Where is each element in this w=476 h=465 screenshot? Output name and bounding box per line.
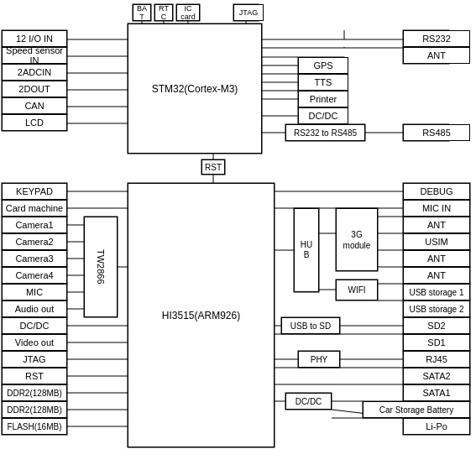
label-flash: FLASH(16MB) xyxy=(2,418,67,435)
label-ant-wifi: ANT xyxy=(403,267,470,284)
label-dcdc-top: DC/DC xyxy=(298,107,348,124)
label-mic: MIC xyxy=(2,284,67,300)
label-tts: TTS xyxy=(298,74,348,91)
label-rs232-rs485: RS232 to RS485 xyxy=(285,124,365,141)
label-rj45: RJ45 xyxy=(403,351,470,368)
hub-box: HUB xyxy=(294,208,319,292)
rtc-box: RTC xyxy=(154,4,173,21)
label-jtag-left: JTAG xyxy=(2,351,67,368)
label-camera4: Camera4 xyxy=(2,267,67,284)
label-video-out: Video out xyxy=(2,334,67,351)
hi3515-box: HI3515(ARM926) xyxy=(128,183,275,447)
rst-box: RST xyxy=(201,159,225,175)
iccard-box: ICcard xyxy=(176,4,200,21)
label-sata1: SATA1 xyxy=(403,384,470,401)
label-sata2: SATA2 xyxy=(403,368,470,384)
label-card-machine: Card machine xyxy=(2,200,67,217)
label-ant-3g1: ANT xyxy=(403,217,470,233)
label-ant-rs232: ANT xyxy=(403,47,470,64)
label-usb1: USB storage 1 xyxy=(403,284,470,300)
label-can: CAN xyxy=(2,97,67,114)
label-rst-left: RST xyxy=(2,368,67,384)
module3g-box: 3Gmodule xyxy=(336,208,378,271)
tw2866-box: TW2866 xyxy=(84,217,118,317)
label-2adcin: 2ADCIN xyxy=(2,64,67,81)
label-keypad: KEYPAD xyxy=(2,183,67,200)
label-lipo: Li-Po xyxy=(403,418,470,435)
label-gps: GPS xyxy=(298,57,348,74)
label-speed-sensor: Speed sensor IN xyxy=(2,47,67,64)
label-2dout: 2DOUT xyxy=(2,81,67,97)
label-camera1: Camera1 xyxy=(2,217,67,233)
block-diagram: STM32(Cortex-M3) BAT RTC ICcard JTAG 12 … xyxy=(0,0,476,465)
label-rs485: RS485 xyxy=(403,124,470,141)
label-audio-out: Audio out xyxy=(2,300,67,317)
stm32-box: STM32(Cortex-M3) xyxy=(128,24,262,154)
label-camera3: Camera3 xyxy=(2,250,67,267)
bat-box: BAT xyxy=(133,4,151,21)
label-ddr2-2: DDR2(128MB) xyxy=(2,401,67,418)
label-ant-3g2: ANT xyxy=(403,250,470,267)
label-ddr2-1: DDR2(128MB) xyxy=(2,384,67,401)
label-sd2: SD2 xyxy=(403,317,470,334)
usbtosd-box: USB to SD xyxy=(281,317,340,334)
label-usim: USIM xyxy=(403,233,470,250)
dcdc-bottom-box: DC/DC xyxy=(285,393,332,410)
label-debug: DEBUG xyxy=(403,183,470,200)
label-camera2: Camera2 xyxy=(2,233,67,250)
jtag-top-box: JTAG xyxy=(233,4,264,21)
label-sd1: SD1 xyxy=(403,334,470,351)
label-12io: 12 I/O IN xyxy=(2,30,67,47)
label-rs232: RS232 xyxy=(403,30,470,47)
label-car-storage: Car Storage Battery xyxy=(363,401,470,418)
label-usb2: USB storage 2 xyxy=(403,300,470,317)
label-lcd: LCD xyxy=(2,114,67,131)
label-printer: Printer xyxy=(298,91,348,107)
phy-box: PHY xyxy=(298,351,340,368)
label-dcdc-left: DC/DC xyxy=(2,317,67,334)
wifi-box: WIFI xyxy=(336,280,378,300)
label-mic-in: MIC IN xyxy=(403,200,470,217)
